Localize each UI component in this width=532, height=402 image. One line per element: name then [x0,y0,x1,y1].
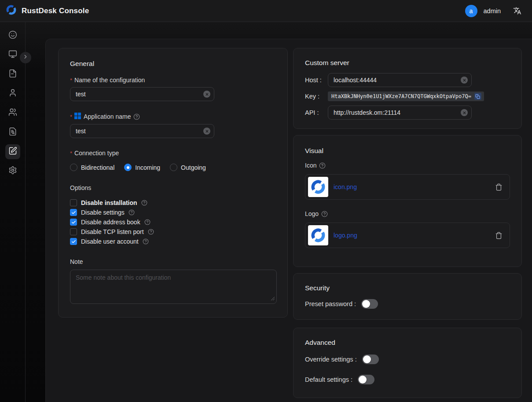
sidebar-expand-button[interactable] [20,52,31,63]
security-card: Security Preset password : [293,273,522,320]
help-icon[interactable] [141,200,147,206]
app-title: RustDesk Console [22,7,89,15]
app-name-label: Application name [84,113,131,120]
note-textarea[interactable] [70,270,277,304]
icon-thumbnail [308,177,328,197]
toggle-knob [359,376,367,384]
option-disable-tcp-listen-port: Disable TCP listen port [70,228,276,235]
option-disable-user-account: Disable user account [70,238,276,245]
sidebar-item-users[interactable] [5,86,20,101]
edit-icon [8,146,17,157]
visual-title: Visual [305,147,510,155]
help-icon[interactable] [321,211,328,217]
windows-icon [74,113,81,121]
checkbox-unchecked[interactable] [70,228,77,235]
default-settings-toggle[interactable] [358,375,374,384]
copy-icon[interactable] [474,93,481,100]
checkbox-checked[interactable] [70,209,77,216]
checkbox-checked[interactable] [70,219,77,226]
help-icon[interactable] [144,219,150,225]
help-icon[interactable] [319,162,326,169]
user-icon [8,88,17,99]
required-asterisk: * [70,77,72,84]
default-settings-label: Default settings : [305,376,352,383]
file-icon [8,69,17,80]
key-value: HtaXBkJNHyn0e1U1jWXze7A7CN7QTGWqxkOtpaVp… [328,91,484,101]
checkbox-checked[interactable] [70,238,77,245]
preset-password-row: Preset password : [305,299,510,309]
main-panel: General * Name of the configuration * [45,39,532,402]
icon-file-row: icon.png [305,174,510,200]
brand: RustDesk Console [5,4,89,18]
app-name-input[interactable] [70,124,214,138]
custom-server-card: Custom server Host : Key : H [293,48,522,129]
trash-icon[interactable] [495,232,503,239]
icon-file-link[interactable]: icon.png [334,183,357,190]
api-label: API : [305,109,328,116]
chevron-right-icon [22,54,29,62]
clear-icon[interactable] [203,91,210,98]
help-icon[interactable] [143,238,149,245]
connection-type-label-row: * Connection type [70,150,276,157]
clear-icon[interactable] [203,128,210,135]
toggle-knob [363,355,371,363]
help-icon[interactable] [133,113,140,120]
advanced-card: Advanced Override settings : Default set… [293,328,522,398]
radio-incoming[interactable]: Incoming [124,164,160,171]
logo-label-row: Logo [305,210,510,217]
host-input[interactable] [328,73,472,87]
custom-server-title: Custom server [305,59,510,67]
preset-password-label: Preset password : [305,300,356,307]
visual-card: Visual Icon icon.png [293,135,522,267]
icon-label: Icon [305,162,316,169]
sidebar-item-devices[interactable] [5,48,20,62]
radio-circle [170,164,177,171]
app-name-label-row: * Application name [70,113,276,121]
options-label: Options [70,184,276,191]
toggle-knob [362,300,370,308]
option-disable-address-book: Disable address book [70,219,276,226]
key-label: Key : [305,93,328,100]
users-icon [8,108,17,118]
api-input[interactable] [328,106,472,120]
logo-file-link[interactable]: logo.png [334,232,357,239]
sidebar-item-settings[interactable] [5,164,20,179]
sidebar-item-groups[interactable] [5,106,20,121]
username[interactable]: admin [484,7,501,15]
option-disable-installation: Disable installation [70,199,276,206]
override-settings-toggle[interactable] [362,354,379,364]
advanced-title: Advanced [305,339,510,347]
host-label: Host : [305,77,328,84]
host-row: Host : [305,73,510,87]
note-label: Note [70,258,276,265]
clear-icon[interactable] [461,109,468,116]
radio-outgoing[interactable]: Outgoing [170,164,206,171]
sidebar-item-custom-client[interactable] [5,144,20,159]
connection-type-group: Bidirectional Incoming Outgoing [70,164,276,171]
sidebar-item-audit[interactable] [5,125,20,140]
preset-password-toggle[interactable] [361,299,378,309]
options-list: Disable installation Disable settings [70,199,276,245]
checkbox-unchecked[interactable] [70,199,77,206]
rustdesk-logo-icon [5,4,17,18]
option-disable-settings: Disable settings [70,209,276,216]
help-icon[interactable] [148,229,154,235]
default-settings-row: Default settings : [305,375,510,384]
help-icon[interactable] [128,209,135,216]
sidebar-item-dashboard[interactable] [5,28,20,43]
radio-bidirectional[interactable]: Bidirectional [70,164,114,171]
trash-icon[interactable] [495,183,503,191]
required-asterisk: * [70,150,72,157]
logo-file-row: logo.png [305,223,510,248]
translate-icon[interactable] [513,7,521,15]
config-name-label-row: * Name of the configuration [70,77,276,84]
sidebar [0,22,26,402]
override-settings-label: Override settings : [305,356,357,363]
avatar[interactable]: a [465,5,477,17]
config-name-input[interactable] [70,87,214,101]
logo-label: Logo [305,210,319,217]
sidebar-item-documents[interactable] [5,67,20,82]
key-row: Key : HtaXBkJNHyn0e1U1jWXze7A7CN7QTGWqxk… [305,91,510,101]
icon-label-row: Icon [305,162,510,169]
clear-icon[interactable] [461,77,468,84]
